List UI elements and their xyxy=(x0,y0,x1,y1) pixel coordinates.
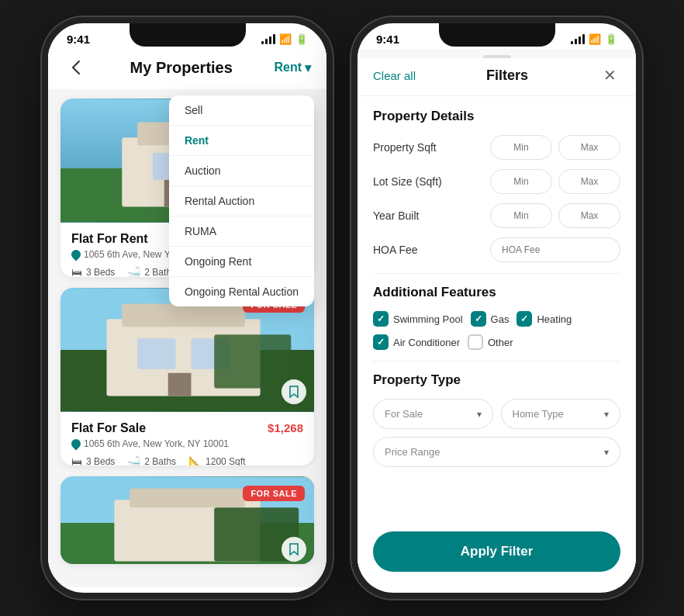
property-sqft-min[interactable] xyxy=(490,135,552,160)
svg-rect-10 xyxy=(122,303,245,327)
clear-all-button[interactable]: Clear all xyxy=(373,69,416,82)
property-image-3: FOR SALE xyxy=(60,476,314,564)
feature-other[interactable]: Other xyxy=(468,334,513,350)
property-card-3[interactable]: FOR SALE xyxy=(60,476,314,564)
card-title-1: Flat For Rent xyxy=(71,232,148,246)
status-icons-left: 📶 🔋 xyxy=(261,33,308,45)
filter-header: Clear all Filters ✕ xyxy=(358,58,636,96)
year-built-min[interactable] xyxy=(490,203,552,228)
hoa-fee-input[interactable] xyxy=(490,237,620,262)
right-phone: 9:41 📶 🔋 Clear all Filters ✕ Property De xyxy=(351,17,642,599)
svg-rect-11 xyxy=(137,338,176,369)
status-time-right: 9:41 xyxy=(376,33,399,46)
rent-dropdown: Sell Rent Auction Rental Auction RUMA On… xyxy=(169,95,314,306)
location-icon-2 xyxy=(70,437,83,450)
for-sale-select[interactable]: For Sale ▾ xyxy=(373,399,493,429)
card-address-2: 1065 6th Ave, New York, NY 10001 xyxy=(71,438,303,449)
rent-dropdown-icon: ▾ xyxy=(305,61,311,75)
dropdown-item-rental-auction[interactable]: Rental Auction xyxy=(169,186,314,216)
battery-icon-right: 🔋 xyxy=(605,33,617,45)
checkbox-swimming-pool[interactable]: ✓ xyxy=(373,311,389,327)
property-type-title: Property Type xyxy=(373,372,620,388)
for-sale-chevron-icon: ▾ xyxy=(477,409,482,420)
checkbox-gas[interactable]: ✓ xyxy=(471,311,486,327)
svg-rect-14 xyxy=(214,334,291,388)
properties-header: My Properties Rent ▾ xyxy=(48,49,326,89)
status-time-left: 9:41 xyxy=(67,33,90,46)
back-button[interactable] xyxy=(64,55,88,80)
property-details-title: Property Details xyxy=(373,109,620,124)
feature-gas[interactable]: ✓ Gas xyxy=(471,311,510,327)
hoa-fee-label: HOA Fee xyxy=(373,244,466,256)
feature-other-label: Other xyxy=(488,337,513,348)
property-sqft-row: Property Sqft xyxy=(373,135,620,160)
battery-icon: 🔋 xyxy=(295,33,308,45)
notch xyxy=(130,23,246,47)
feature-air-conditioner[interactable]: ✓ Air Conditioner xyxy=(373,334,460,350)
signal-icon-right xyxy=(571,35,585,44)
for-sale-label: For Sale xyxy=(385,408,423,420)
year-built-max[interactable] xyxy=(558,203,620,228)
filter-title: Filters xyxy=(486,67,528,84)
price-range-select[interactable]: Price Range ▾ xyxy=(373,437,620,467)
features-grid: ✓ Swimming Pool ✓ Gas ✓ Heating xyxy=(373,311,620,350)
feature-heating[interactable]: ✓ Heating xyxy=(516,311,572,327)
dropdown-item-ongoing-rent[interactable]: Ongoing Rent xyxy=(169,247,314,277)
dropdown-item-ruma[interactable]: RUMA xyxy=(169,216,314,247)
property-type-section: Property Type For Sale ▾ Home Type ▾ Pri… xyxy=(373,372,620,467)
price-range-chevron-icon: ▾ xyxy=(604,447,609,458)
feature-gas-label: Gas xyxy=(491,313,510,325)
lot-size-min[interactable] xyxy=(490,169,552,194)
right-phone-content: Clear all Filters ✕ Property Details Pro… xyxy=(358,49,636,587)
apply-button-container: Apply Filter xyxy=(358,521,636,587)
checkbox-air-conditioner[interactable]: ✓ xyxy=(373,334,389,350)
feature-swimming-pool[interactable]: ✓ Swimming Pool xyxy=(373,311,463,327)
filter-content: Property Details Property Sqft Lot Size … xyxy=(358,96,636,542)
home-type-chevron-icon: ▾ xyxy=(604,409,609,420)
lot-size-max[interactable] xyxy=(558,169,620,194)
property-type-selects: For Sale ▾ Home Type ▾ xyxy=(373,399,620,429)
card-title-2: Flat For Sale xyxy=(71,421,146,435)
dropdown-item-ongoing-rental-auction[interactable]: Ongoing Rental Auction xyxy=(169,277,314,306)
baths-icon-2: 🛁 xyxy=(127,455,140,466)
price-range-label: Price Range xyxy=(385,446,440,458)
signal-icon xyxy=(261,35,275,44)
feature-swimming-pool-label: Swimming Pool xyxy=(393,313,463,325)
home-type-label: Home Type xyxy=(513,408,564,420)
home-type-select[interactable]: Home Type ▾ xyxy=(501,399,621,429)
bookmark-button-3[interactable] xyxy=(282,537,306,562)
property-sqft-max[interactable] xyxy=(558,135,620,160)
property-sqft-label: Property Sqft xyxy=(373,141,466,154)
feature-air-conditioner-label: Air Conditioner xyxy=(393,337,460,348)
left-phone-content: My Properties Rent ▾ xyxy=(48,49,326,587)
dropdown-item-auction[interactable]: Auction xyxy=(169,156,314,186)
year-built-label: Year Built xyxy=(373,209,466,222)
baths-icon-1: 🛁 xyxy=(127,266,140,277)
svg-rect-18 xyxy=(130,489,245,508)
card-info-2: Flat For Sale $1,268 1065 6th Ave, New Y… xyxy=(60,412,314,466)
rent-dropdown-button[interactable]: Rent ▾ xyxy=(274,61,311,75)
svg-rect-13 xyxy=(168,372,192,396)
lot-size-row: Lot Size (Sqft) xyxy=(373,169,620,194)
page-title: My Properties xyxy=(130,59,233,77)
beds-icon-1: 🛏 xyxy=(71,266,82,277)
property-card-2[interactable]: FOR SALE Flat For Sale $1,268 1065 6t xyxy=(60,288,314,466)
card-features-2: 🛏 3 Beds 🛁 2 Baths 📐 1200 Sqft xyxy=(71,455,303,466)
close-button[interactable]: ✕ xyxy=(599,64,620,86)
dropdown-item-rent[interactable]: Rent xyxy=(169,126,314,156)
bookmark-button-2[interactable] xyxy=(282,379,306,404)
wifi-icon-right: 📶 xyxy=(589,33,601,45)
card-price-2: $1,268 xyxy=(268,421,303,434)
location-icon-1 xyxy=(70,248,83,261)
wifi-icon: 📶 xyxy=(279,33,292,45)
divider-2 xyxy=(373,361,620,362)
apply-filter-button[interactable]: Apply Filter xyxy=(373,531,620,572)
left-phone: 9:41 📶 🔋 My Properties Rent ▾ xyxy=(42,17,333,599)
notch-right xyxy=(439,23,555,47)
dropdown-item-sell[interactable]: Sell xyxy=(169,95,314,126)
checkbox-heating[interactable]: ✓ xyxy=(516,311,532,327)
beds-icon-2: 🛏 xyxy=(71,455,82,466)
checkbox-other[interactable] xyxy=(468,334,483,350)
hoa-fee-row: HOA Fee xyxy=(373,237,620,262)
year-built-row: Year Built xyxy=(373,203,620,228)
